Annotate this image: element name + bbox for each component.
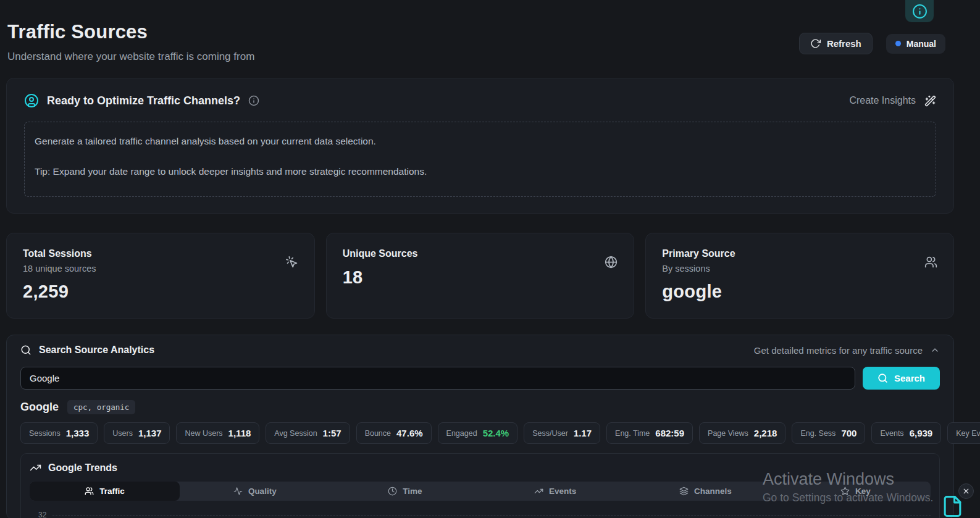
mode-badge: Manual: [886, 34, 945, 54]
users-icon: [924, 256, 937, 269]
close-widget-button[interactable]: [958, 483, 974, 499]
metric-chip: Sessions1,333: [20, 422, 98, 444]
refresh-label: Refresh: [827, 38, 861, 49]
metric-label: Page Views: [708, 429, 748, 438]
metric-value: 2,218: [754, 428, 777, 438]
result-source-name: Google: [20, 401, 59, 414]
trends-chart: 32: [30, 511, 931, 518]
metric-label: Eng. Sess: [800, 429, 836, 438]
insights-card: Ready to Optimize Traffic Channels? Crea…: [6, 78, 954, 214]
info-button[interactable]: [905, 0, 934, 22]
page-title: Traffic Sources: [7, 21, 254, 43]
stat-subtitle: By sessions: [662, 264, 937, 274]
metric-label: Users: [112, 429, 133, 438]
refresh-button[interactable]: Refresh: [799, 33, 873, 54]
file-widget-button[interactable]: [941, 495, 964, 518]
search-button[interactable]: Search: [863, 367, 940, 390]
wand-icon: [924, 95, 936, 107]
page-subtitle: Understand where your website traffic is…: [7, 51, 254, 63]
search-section-title: Search Source Analytics: [39, 345, 154, 356]
create-insights-label: Create Insights: [849, 95, 916, 106]
metric-chip: Sess/User1.17: [524, 422, 600, 444]
metric-chip: Eng. Time682:59: [606, 422, 693, 444]
search-input[interactable]: [20, 367, 855, 390]
tab-channels[interactable]: Channels: [630, 482, 781, 501]
metric-label: Events: [880, 429, 903, 438]
page-header: Traffic Sources Understand where your we…: [0, 0, 980, 63]
stat-card-total-sessions: Total Sessions 18 unique sources 2,259: [6, 233, 315, 319]
trends-title: Google Trends: [48, 462, 117, 474]
metric-chip: Key Events0: [947, 422, 980, 444]
tab-label: Key: [855, 487, 871, 496]
cursor-click-icon: [285, 256, 298, 269]
insights-description: Generate a tailored traffic channel anal…: [24, 122, 936, 197]
tab-label: Traffic: [99, 487, 125, 496]
layers-icon: [679, 487, 689, 496]
metric-value: 1,118: [228, 428, 251, 438]
metric-chip: Avg Session1:57: [266, 422, 350, 444]
stat-value: 2,259: [23, 282, 298, 302]
metrics-row: Sessions1,333Users1,137New Users1,118Avg…: [20, 422, 940, 444]
metric-chip: Bounce47.6%: [356, 422, 432, 444]
star-icon: [840, 487, 850, 496]
metric-label: Key Events: [956, 429, 980, 438]
file-icon: [941, 495, 964, 518]
stat-card-primary-source: Primary Source By sessions google: [645, 233, 954, 319]
users-icon: [85, 487, 94, 496]
info-icon: [912, 4, 928, 19]
stat-card-unique-sources: Unique Sources 18: [326, 233, 635, 319]
stat-title: Unique Sources: [343, 248, 618, 259]
collapse-toggle[interactable]: Get detailed metrics for any traffic sou…: [754, 345, 940, 356]
metric-label: Eng. Time: [615, 429, 650, 438]
metric-value: 47.6%: [396, 428, 423, 438]
stat-title: Total Sessions: [23, 248, 298, 259]
metric-chip: Engaged52.4%: [438, 422, 518, 444]
insights-title: Ready to Optimize Traffic Channels?: [47, 94, 240, 107]
metric-value: 1.17: [574, 428, 592, 438]
metric-label: Bounce: [365, 429, 391, 438]
tab-time[interactable]: Time: [330, 482, 480, 501]
create-insights-button[interactable]: Create Insights: [849, 95, 936, 107]
metric-chip: Eng. Sess700: [792, 422, 865, 444]
metric-value: 700: [841, 428, 856, 438]
search-hint-label: Get detailed metrics for any traffic sou…: [754, 345, 923, 356]
trending-up-icon: [30, 462, 41, 474]
search-section: Search Source Analytics Get detailed met…: [6, 335, 954, 518]
info-icon: [248, 95, 259, 106]
metric-chip: Page Views2,218: [699, 422, 785, 444]
user-circle-icon: [24, 93, 39, 108]
y-axis-tick: 32: [38, 511, 46, 518]
chevron-up-icon: [930, 345, 940, 355]
refresh-icon: [810, 38, 821, 49]
mode-label: Manual: [907, 39, 936, 49]
activity-icon: [233, 487, 243, 496]
metric-label: Sessions: [29, 429, 61, 438]
metric-label: Sess/User: [532, 429, 568, 438]
stat-title: Primary Source: [662, 248, 937, 259]
globe-icon: [605, 256, 618, 269]
search-button-label: Search: [894, 373, 925, 383]
tab-traffic[interactable]: Traffic: [30, 482, 180, 501]
tab-label: Quality: [248, 487, 277, 496]
status-dot: [895, 41, 901, 46]
tab-key[interactable]: Key: [781, 482, 931, 501]
metric-value: 682:59: [655, 428, 684, 438]
insights-line1: Generate a tailored traffic channel anal…: [35, 135, 926, 148]
metric-value: 1:57: [323, 428, 341, 438]
search-icon: [877, 373, 888, 383]
tab-events[interactable]: Events: [480, 482, 630, 501]
metric-chip: New Users1,118: [176, 422, 259, 444]
tab-label: Channels: [694, 487, 732, 496]
metric-value: 1,137: [138, 428, 162, 438]
metric-label: New Users: [185, 429, 222, 438]
metric-chip: Users1,137: [104, 422, 170, 444]
metric-value: 52.4%: [483, 428, 509, 438]
trends-tabbar: TrafficQualityTimeEventsChannelsKey: [30, 482, 931, 501]
metric-value: 1,333: [66, 428, 90, 438]
tab-label: Events: [549, 487, 576, 496]
insights-line2: Tip: Expand your date range to unlock de…: [35, 165, 926, 178]
close-icon: [962, 487, 970, 495]
metric-chip: Events6,939: [871, 422, 941, 444]
tab-quality[interactable]: Quality: [180, 482, 330, 501]
stat-value: google: [662, 282, 937, 302]
